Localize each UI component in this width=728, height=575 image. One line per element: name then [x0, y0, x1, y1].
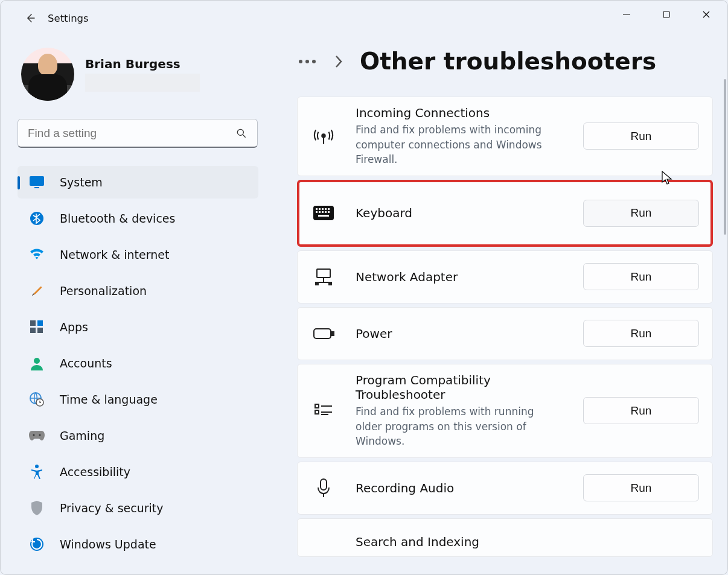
sidebar-item-bluetooth[interactable]: Bluetooth & devices — [18, 202, 258, 235]
minimize-icon — [622, 10, 631, 19]
main-content: Other troubleshooters Incoming Connectio… — [269, 42, 727, 574]
paintbrush-icon — [28, 282, 45, 299]
sidebar-item-time-language[interactable]: Time & language — [18, 383, 258, 416]
sidebar-item-accounts[interactable]: Accounts — [18, 347, 258, 380]
profile-block[interactable]: Brian Burgess — [18, 48, 258, 101]
svg-rect-28 — [328, 208, 330, 210]
svg-point-2 — [237, 129, 243, 135]
troubleshooter-title: Incoming Connections — [356, 106, 558, 120]
sidebar-item-privacy[interactable]: Privacy & security — [18, 492, 258, 524]
svg-rect-26 — [322, 208, 324, 210]
wifi-icon — [28, 246, 45, 263]
run-button[interactable]: Run — [583, 474, 699, 501]
sidebar-item-accessibility[interactable]: Accessibility — [18, 456, 258, 488]
sidebar-item-update[interactable]: Windows Update — [18, 528, 258, 561]
accessibility-icon — [28, 463, 45, 480]
svg-rect-39 — [329, 282, 331, 285]
back-button[interactable] — [19, 7, 42, 30]
svg-rect-44 — [315, 410, 319, 414]
microphone-icon — [311, 475, 336, 501]
minimize-button[interactable] — [608, 3, 645, 26]
troubleshooter-power: Power Run — [297, 307, 713, 360]
svg-rect-27 — [325, 208, 327, 210]
troubleshooter-keyboard: Keyboard Run — [297, 180, 713, 247]
svg-point-15 — [39, 434, 41, 436]
run-button[interactable]: Run — [583, 397, 699, 424]
profile-subtext — [85, 74, 200, 92]
svg-rect-7 — [30, 320, 36, 326]
troubleshooter-title: Power — [356, 326, 558, 341]
run-button[interactable]: Run — [583, 263, 699, 290]
scrollbar-thumb[interactable] — [724, 79, 726, 235]
sidebar-item-apps[interactable]: Apps — [18, 311, 258, 343]
svg-rect-4 — [30, 176, 44, 186]
close-button[interactable] — [688, 3, 725, 26]
close-icon — [702, 10, 710, 19]
breadcrumb-more-button[interactable] — [297, 51, 318, 72]
svg-rect-10 — [37, 328, 43, 333]
sidebar-item-label: Apps — [60, 320, 88, 334]
svg-rect-25 — [319, 208, 321, 210]
sidebar-item-network[interactable]: Network & internet — [18, 238, 258, 271]
compatibility-icon — [311, 398, 336, 424]
troubleshooter-list: Incoming Connections Find and fix proble… — [297, 97, 713, 557]
globe-clock-icon — [28, 391, 45, 408]
sidebar-item-label: Personalization — [60, 284, 147, 297]
troubleshooter-program-compatibility: Program Compatibility Troubleshooter Fin… — [297, 364, 713, 458]
profile-name: Brian Burgess — [85, 57, 200, 71]
sidebar-item-gaming[interactable]: Gaming — [18, 419, 258, 452]
troubleshooter-title: Recording Audio — [356, 481, 558, 495]
page-title: Other troubleshooters — [360, 48, 656, 75]
troubleshooter-title: Network Adapter — [356, 270, 558, 284]
keyboard-icon — [311, 200, 336, 226]
svg-rect-34 — [318, 215, 329, 217]
troubleshooter-desc: Find and fix problems with incoming comp… — [356, 122, 558, 167]
svg-rect-42 — [315, 404, 319, 408]
bluetooth-icon — [28, 210, 45, 227]
run-button[interactable]: Run — [583, 200, 699, 227]
troubleshooter-search-indexing: Search and Indexing Run — [297, 518, 713, 557]
svg-point-11 — [34, 358, 40, 364]
scrollbar[interactable] — [724, 42, 726, 380]
sidebar-item-label: Privacy & security — [60, 501, 164, 515]
svg-point-16 — [35, 465, 39, 468]
apps-icon — [28, 319, 45, 335]
svg-rect-38 — [316, 282, 318, 285]
maximize-icon — [662, 10, 671, 19]
svg-rect-5 — [34, 187, 39, 188]
run-button[interactable]: Run — [583, 320, 699, 347]
network-adapter-icon — [311, 264, 336, 290]
avatar — [21, 48, 74, 101]
svg-rect-9 — [30, 328, 36, 333]
svg-point-18 — [299, 60, 302, 63]
svg-rect-24 — [316, 208, 318, 210]
run-button[interactable]: Run — [583, 122, 699, 150]
monitor-icon — [28, 174, 45, 191]
sidebar-item-personalization[interactable]: Personalization — [18, 275, 258, 307]
svg-rect-30 — [319, 211, 321, 213]
sidebar-item-label: Time & language — [60, 393, 158, 406]
antenna-icon — [311, 124, 336, 149]
sidebar-item-system[interactable]: System — [18, 166, 258, 199]
sidebar-item-label: Gaming — [60, 429, 104, 442]
window-controls — [608, 3, 725, 26]
shield-icon — [28, 500, 45, 516]
battery-icon — [311, 321, 336, 346]
sidebar: Brian Burgess System Bluetooth & devices — [1, 42, 269, 574]
chevron-right-icon — [334, 55, 343, 68]
sidebar-item-label: System — [60, 176, 103, 189]
svg-line-3 — [243, 135, 246, 137]
sidebar-item-label: Windows Update — [60, 538, 156, 551]
nav-list: System Bluetooth & devices Network & int… — [18, 166, 258, 561]
svg-rect-40 — [314, 329, 331, 338]
svg-rect-35 — [317, 269, 330, 278]
svg-rect-29 — [316, 211, 318, 213]
person-icon — [28, 355, 45, 372]
search-box[interactable] — [18, 119, 258, 148]
search-input[interactable] — [28, 127, 235, 140]
maximize-button[interactable] — [648, 3, 685, 26]
back-arrow-icon — [24, 12, 36, 24]
svg-rect-31 — [322, 211, 324, 213]
sidebar-item-label: Accessibility — [60, 465, 130, 478]
breadcrumb-header: Other troubleshooters — [297, 48, 713, 75]
